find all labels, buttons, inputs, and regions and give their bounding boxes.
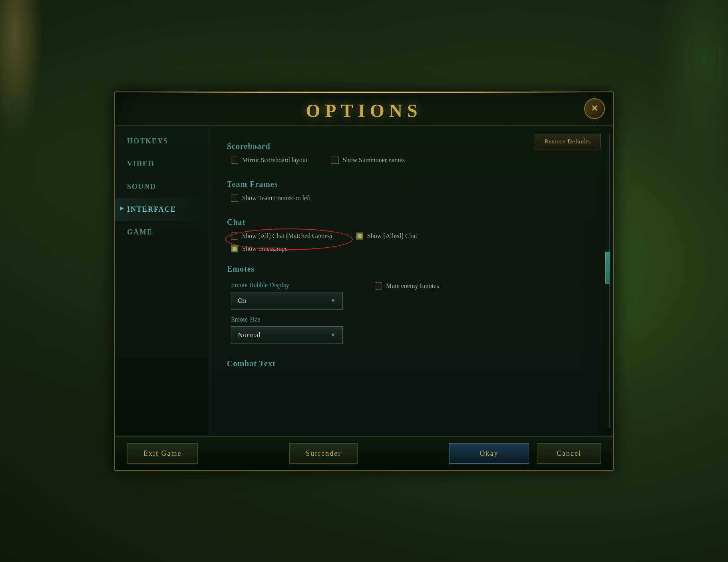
emote-size-dropdown[interactable]: Normal ▼ — [231, 326, 343, 344]
combat-text-title: Combat Text — [227, 359, 597, 368]
emote-bubble-dropdown-arrow: ▼ — [330, 298, 336, 304]
scoreboard-options: Mirror Scoreboard layout Show Summoner n… — [227, 157, 597, 168]
okay-button[interactable]: Okay — [449, 443, 529, 464]
title-bar: OPTIONS ✕ — [115, 92, 613, 125]
close-button[interactable]: ✕ — [584, 98, 605, 119]
mirror-scoreboard-label: Mirror Scoreboard layout — [242, 157, 308, 164]
show-timestamps-option[interactable]: Show timestamps — [231, 245, 597, 252]
sidebar-item-video[interactable]: VIDEO — [115, 153, 211, 175]
team-frames-section: Team Frames Show Team Frames on left — [227, 180, 597, 206]
scrollbar-track[interactable] — [605, 134, 610, 428]
emote-bubble-display-label: Emote Bubble Display — [231, 282, 343, 289]
mirror-scoreboard-checkbox[interactable] — [231, 157, 238, 164]
emote-bubble-display-dropdown[interactable]: On ▼ — [231, 292, 343, 310]
emote-bubble-display-value: On — [238, 297, 247, 305]
emote-size-dropdown-arrow: ▼ — [330, 332, 336, 338]
restore-defaults-button[interactable]: Restore Defaults — [535, 134, 601, 149]
mute-enemy-emotes-checkbox[interactable] — [375, 282, 382, 290]
emotes-title: Emotes — [227, 264, 597, 274]
emote-bubble-container: Emote Bubble Display On ▼ — [231, 282, 343, 310]
emote-size-container: Emote Size Normal ▼ — [231, 316, 343, 344]
show-allied-chat-label: Show [Allied] Chat — [367, 232, 417, 240]
emote-size-label: Emote Size — [231, 316, 343, 323]
main-content: Restore Defaults Scoreboard Mirror Score… — [211, 126, 613, 436]
surrender-button[interactable]: Surrender — [289, 443, 358, 464]
chat-bottom-row: Show timestamps — [227, 245, 597, 252]
mirror-scoreboard-option[interactable]: Mirror Scoreboard layout — [231, 157, 308, 164]
show-summoner-names-label: Show Summoner names — [343, 157, 405, 164]
dialog-body: HOTKEYS VIDEO SOUND INTERFACE GAME Resto… — [115, 125, 613, 436]
character-right — [648, 0, 728, 200]
show-team-frames-left-label: Show Team Frames on left — [242, 195, 311, 202]
character-left — [0, 0, 48, 160]
bottom-center: Surrender — [289, 443, 358, 464]
emotes-dropdowns: Emote Bubble Display On ▼ Emote Size Nor… — [227, 279, 343, 347]
mute-enemy-emotes-option[interactable]: Mute enemy Emotes — [375, 282, 439, 290]
show-all-chat-option[interactable]: Show [All] Chat (Matched Games) — [231, 232, 332, 240]
show-all-chat-checkbox[interactable] — [231, 232, 238, 240]
sidebar: HOTKEYS VIDEO SOUND INTERFACE GAME — [115, 126, 211, 436]
team-frames-options: Show Team Frames on left — [227, 195, 597, 206]
mute-enemy-emotes-area: Mute enemy Emotes — [375, 282, 439, 294]
show-timestamps-checkbox[interactable] — [231, 245, 238, 252]
mute-enemy-emotes-label: Mute enemy Emotes — [386, 282, 439, 290]
show-timestamps-label: Show timestamps — [242, 245, 287, 252]
show-team-frames-left-checkbox[interactable] — [231, 195, 238, 202]
combat-text-section: Combat Text — [227, 359, 597, 368]
sidebar-item-hotkeys[interactable]: HOTKEYS — [115, 130, 211, 153]
sidebar-item-game[interactable]: GAME — [115, 221, 211, 244]
cancel-button[interactable]: Cancel — [537, 443, 601, 464]
chat-section: Chat Show [All] Chat (Matched Games) Sho… — [227, 218, 597, 252]
emote-size-value: Normal — [238, 331, 261, 339]
chat-top-row: Show [All] Chat (Matched Games) Show [Al… — [227, 232, 597, 244]
show-summoner-names-checkbox[interactable] — [332, 157, 339, 164]
sidebar-item-interface[interactable]: INTERFACE — [115, 198, 211, 221]
show-allied-chat-checkbox[interactable] — [356, 232, 363, 240]
emotes-content: Emote Bubble Display On ▼ Emote Size Nor… — [227, 279, 597, 347]
emotes-section: Emotes Emote Bubble Display On ▼ Emote S… — [227, 264, 597, 347]
bottom-right: Okay Cancel — [449, 443, 601, 464]
chat-title: Chat — [227, 218, 597, 227]
dialog-title: OPTIONS — [306, 101, 422, 121]
team-frames-title: Team Frames — [227, 180, 597, 189]
show-team-frames-left-option[interactable]: Show Team Frames on left — [231, 195, 311, 202]
sidebar-item-sound[interactable]: SOUND — [115, 175, 211, 198]
bottom-bar: Exit Game Surrender Okay Cancel — [115, 436, 613, 470]
show-allied-chat-option[interactable]: Show [Allied] Chat — [356, 232, 417, 240]
exit-game-button[interactable]: Exit Game — [127, 443, 198, 464]
show-summoner-names-option[interactable]: Show Summoner names — [332, 157, 405, 164]
show-all-chat-label: Show [All] Chat (Matched Games) — [242, 232, 332, 240]
options-dialog: OPTIONS ✕ HOTKEYS VIDEO SOUND INTERFACE … — [114, 91, 614, 471]
scrollbar-thumb[interactable] — [605, 252, 610, 284]
